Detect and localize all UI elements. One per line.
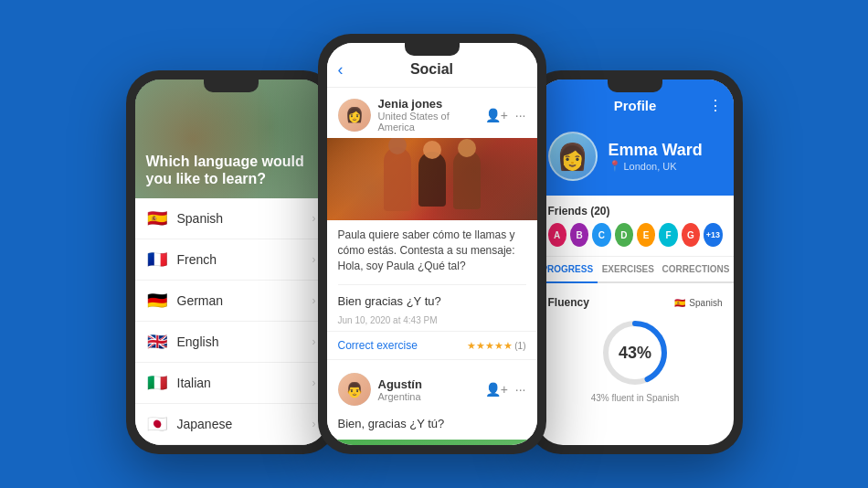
chevron-french: › [312, 253, 316, 266]
phone-social: ‹ Social 👩 Jenia jones United States of … [318, 34, 546, 454]
post1-user-info: Jenia jones United States of America [378, 97, 485, 133]
tab-exercises[interactable]: EXERCISES [598, 257, 659, 281]
fluency-section: Fluency 🇪🇸 Spanish 43% 43% fluent [537, 287, 734, 412]
phone-language-select: Which language would you like to learn? … [126, 70, 336, 454]
lang-item-german[interactable]: 🇩🇪 German › [135, 281, 327, 322]
friend-av-6[interactable]: F [659, 223, 677, 247]
post1-header: 👩 Jenia jones United States of America 👤… [327, 88, 537, 138]
post1-text: Paula quiere saber cómo te llamas y cómo… [327, 220, 537, 281]
friend-av-3[interactable]: C [592, 223, 610, 247]
menu-icon[interactable]: ⋮ [708, 97, 723, 114]
avatar-img-jenia: 👩 [338, 99, 371, 132]
spanish-label-badge: Spanish [689, 298, 722, 308]
back-button[interactable]: ‹ [338, 60, 344, 80]
hero-text: Which language would you like to learn? [146, 153, 316, 187]
lang-name-german: German [177, 293, 312, 308]
profile-avatar: 👩 [548, 132, 598, 181]
lang-name-italian: Italian [177, 376, 312, 390]
post1-location: United States of America [378, 111, 485, 133]
post1-timestamp: Jun 10, 2020 at 4:43 PM [327, 313, 537, 331]
person3-body [453, 150, 481, 209]
lang-badge: 🇪🇸 Spanish [674, 298, 722, 308]
person3 [453, 150, 481, 209]
friends-avatars: A B C D E F G +13 [548, 223, 723, 247]
post1-image-people [327, 138, 537, 220]
profile-header-bg: Profile ⋮ 👩 Emma Ward 📍 London, UK [537, 80, 734, 196]
friend-av-2[interactable]: B [570, 223, 588, 247]
notch-phone1 [204, 80, 259, 92]
avatar-img-agustin: 👨 [338, 373, 371, 406]
add-friend2-icon[interactable]: 👤+ [485, 382, 508, 397]
post1-divider [338, 284, 526, 285]
avatar-jenia: 👩 [338, 99, 371, 132]
social-title: Social [410, 61, 453, 78]
profile-name: Emma Ward [609, 141, 703, 160]
phone1-screen: Which language would you like to learn? … [135, 80, 327, 445]
post-2: 👨 Agustín Argentina 👤+ ··· Bien, gracias… [327, 364, 537, 436]
more-options-icon[interactable]: ··· [515, 108, 526, 122]
person2-body [418, 152, 446, 207]
fluency-circle: 43% [598, 316, 672, 389]
post1-username: Jenia jones [378, 97, 485, 111]
spanish-flag-badge: 🇪🇸 [674, 298, 685, 308]
lang-item-italian[interactable]: 🇮🇹 Italian › [135, 363, 327, 404]
lang-name-english: English [177, 334, 312, 349]
language-list: 🇪🇸 Spanish › 🇫🇷 French › 🇩🇪 German › 🇬🇧 [135, 198, 327, 445]
profile-location: 📍 London, UK [609, 160, 703, 172]
phone2-screen: ‹ Social 👩 Jenia jones United States of … [327, 43, 537, 445]
friend-av-1[interactable]: A [548, 223, 566, 247]
flag-japanese: 🇯🇵 [146, 413, 168, 435]
post1-image [327, 138, 537, 220]
lang-item-spanish[interactable]: 🇪🇸 Spanish › [135, 198, 327, 239]
stars-display: ★★★★★ [467, 340, 513, 352]
friends-more-badge[interactable]: +13 [704, 223, 722, 247]
hero-section: Which language would you like to learn? [135, 80, 327, 198]
fluency-label: Fluency [548, 296, 589, 309]
chevron-spanish: › [312, 212, 316, 225]
fluency-desc: 43% fluent in Spanish [591, 393, 680, 403]
profile-user-section: 👩 Emma Ward 📍 London, UK [537, 122, 734, 196]
notch-phone2 [405, 43, 460, 56]
chevron-italian: › [312, 377, 316, 389]
fluency-header: Fluency 🇪🇸 Spanish [548, 296, 723, 309]
friends-section: Friends (20) A B C D E F G +13 [537, 196, 734, 257]
post-1: 👩 Jenia jones United States of America 👤… [327, 88, 537, 360]
post1-reply: Bien gracias ¿Y tu? [327, 289, 537, 313]
phones-container: Which language would you like to learn? … [0, 0, 868, 488]
lang-item-french[interactable]: 🇫🇷 French › [135, 239, 327, 281]
friend-av-5[interactable]: E [637, 223, 655, 247]
post2-header: 👨 Agustín Argentina 👤+ ··· [327, 364, 537, 411]
more-options2-icon[interactable]: ··· [515, 382, 526, 397]
profile-tabs: PROGRESS EXERCISES CORRECTIONS [537, 257, 734, 283]
person3-head [458, 139, 476, 157]
star-count: (1) [514, 341, 525, 351]
person1 [384, 147, 411, 211]
flag-french: 🇫🇷 [146, 249, 168, 271]
friend-av-4[interactable]: D [615, 223, 633, 247]
lang-name-spanish: Spanish [177, 211, 312, 226]
profile-avatar-img: 👩 [556, 142, 588, 172]
person2-head [423, 141, 441, 159]
correct-exercise-label[interactable]: Correct exercise [338, 339, 468, 352]
fluency-circle-container: 43% 43% fluent in Spanish [548, 316, 723, 403]
profile-title: Profile [614, 98, 657, 113]
flag-german: 🇩🇪 [146, 290, 168, 312]
chevron-german: › [312, 294, 316, 307]
location-pin-icon: 📍 [609, 160, 621, 172]
fluency-percent: 43% [598, 316, 672, 389]
profile-location-text: London, UK [624, 161, 677, 172]
chevron-english: › [312, 335, 316, 348]
lang-item-japanese[interactable]: 🇯🇵 Japanese › [135, 404, 327, 445]
lang-item-english[interactable]: 🇬🇧 English › [135, 322, 327, 363]
avatar-agustin: 👨 [338, 373, 371, 406]
tab-corrections[interactable]: CORRECTIONS [659, 257, 734, 281]
post2-actions: 👤+ ··· [485, 382, 526, 397]
lang-name-japanese: Japanese [177, 417, 312, 431]
person1-body [384, 147, 411, 211]
post1-actions: 👤+ ··· [485, 108, 526, 122]
friend-av-7[interactable]: G [682, 223, 700, 247]
flag-spanish: 🇪🇸 [146, 207, 168, 229]
add-friend-icon[interactable]: 👤+ [485, 108, 508, 122]
post1-exercise-row: Correct exercise ★★★★★ (1) [327, 331, 537, 360]
profile-user-info: Emma Ward 📍 London, UK [609, 141, 703, 172]
